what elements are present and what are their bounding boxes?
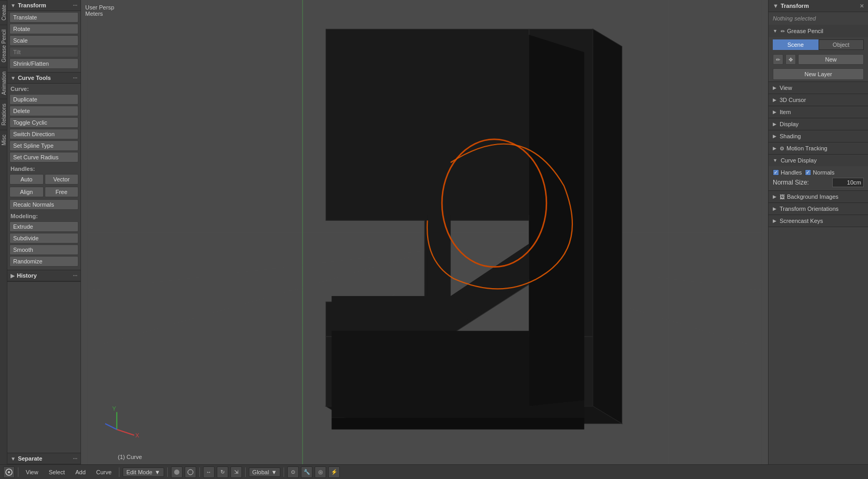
falloff-btn[interactable]: ⚡ — [328, 466, 340, 478]
proportional-btn[interactable]: ◎ — [315, 466, 326, 478]
bottom-logo-btn[interactable] — [3, 466, 15, 478]
separate-triangle: ▼ — [11, 456, 16, 462]
cursor-icon-btn[interactable]: ✥ — [785, 54, 796, 65]
svg-marker-22 — [593, 29, 622, 424]
item-section: ▶ Item — [769, 106, 868, 118]
transform-panel-header[interactable]: ▼Transform ··· — [7, 0, 80, 11]
curve-display-header[interactable]: ▼ Curve Display — [769, 155, 868, 166]
move-icon-btn[interactable]: ↔ — [203, 466, 215, 478]
handles-checkbox[interactable]: ✓ — [773, 169, 779, 176]
separator-6 — [284, 467, 284, 477]
separate-panel-header[interactable]: ▼Separate ··· — [7, 453, 80, 464]
transform-panel: ▼Transform ··· Translate Rotate Scale Ti… — [7, 0, 80, 73]
snap-btn[interactable]: 🔧 — [301, 466, 312, 478]
mode-dropdown-arrow: ▼ — [155, 469, 160, 475]
view-menu[interactable]: View — [22, 467, 43, 477]
left-sidebar-tabs: Create Grease Pencil Animation Relations… — [0, 0, 7, 464]
curve-label: (1) Curve — [118, 454, 142, 460]
wireframe-btn[interactable] — [185, 466, 196, 478]
scale-btn[interactable]: Scale — [9, 35, 78, 46]
tab-misc[interactable]: Misc — [0, 130, 7, 150]
shading-section: ▶ Shading — [769, 130, 868, 142]
right-sidebar: ▼Transform ✕ Nothing selected ▼ ✏ Grease… — [768, 0, 868, 464]
object-tab[interactable]: Object — [819, 39, 864, 50]
right-transform-triangle: ▼ — [773, 3, 779, 9]
transform-panel-dots: ··· — [73, 3, 77, 8]
bg-images-icon: 🖼 — [780, 194, 785, 200]
auto-btn[interactable]: Auto — [9, 174, 44, 185]
pencil-icon-btn[interactable]: ✏ — [773, 54, 783, 65]
mode-dropdown[interactable]: Edit Mode ▼ — [123, 467, 164, 477]
shrink-flatten-btn[interactable]: Shrink/Flatten — [9, 58, 78, 69]
history-dots: ··· — [73, 273, 77, 279]
set-spline-type-btn[interactable]: Set Spline Type — [9, 140, 78, 151]
screencast-keys-header[interactable]: ▶ Screencast Keys — [769, 215, 868, 227]
tab-relations[interactable]: Relations — [0, 99, 7, 130]
tab-grease-pencil[interactable]: Grease Pencil — [0, 25, 7, 67]
scene-tab[interactable]: Scene — [773, 39, 819, 50]
smooth-btn[interactable]: Smooth — [9, 244, 78, 255]
svg-point-36 — [174, 470, 179, 475]
rotate-btn[interactable]: Rotate — [9, 24, 78, 34]
normals-checkbox[interactable]: ✓ — [805, 169, 811, 176]
new-btn[interactable]: New — [798, 54, 864, 65]
svg-point-35 — [8, 471, 10, 473]
bg-images-triangle: ▶ — [773, 194, 776, 199]
solid-sphere-btn[interactable] — [171, 466, 183, 478]
curve-tools-content: Curve: Duplicate Delete Toggle Cyclic Sw… — [7, 84, 80, 270]
svg-text:X: X — [135, 432, 139, 439]
toggle-cyclic-btn[interactable]: Toggle Cyclic — [9, 117, 78, 128]
subdivide-btn[interactable]: Subdivide — [9, 233, 78, 243]
switch-direction-btn[interactable]: Switch Direction — [9, 129, 78, 139]
scale-icon-btn[interactable]: ⇲ — [230, 466, 242, 478]
shading-header[interactable]: ▶ Shading — [769, 130, 868, 142]
select-menu[interactable]: Select — [45, 467, 69, 477]
svg-text:Y: Y — [112, 405, 116, 412]
new-layer-btn[interactable]: New Layer — [773, 68, 864, 80]
curve-tools-panel-header[interactable]: ▼Curve Tools ··· — [7, 73, 80, 84]
history-panel-header[interactable]: ▶History ··· — [7, 270, 80, 281]
extrude-btn[interactable]: Extrude — [9, 221, 78, 232]
free-btn[interactable]: Free — [45, 187, 79, 197]
align-btn[interactable]: Align — [9, 187, 44, 197]
motion-tracking-header[interactable]: ▶ ⚙ Motion Tracking — [769, 142, 868, 154]
tab-create[interactable]: Create — [0, 0, 7, 25]
normal-size-input[interactable] — [832, 178, 864, 187]
right-panel-close[interactable]: ✕ — [860, 3, 864, 9]
set-curve-radius-btn[interactable]: Set Curve Radius — [9, 152, 78, 162]
item-header[interactable]: ▶ Item — [769, 106, 868, 118]
separator-5 — [245, 467, 246, 477]
duplicate-btn[interactable]: Duplicate — [9, 94, 78, 105]
left-sidebar: ▼Transform ··· Translate Rotate Scale Ti… — [7, 0, 81, 464]
transform-orient-triangle: ▶ — [773, 206, 776, 211]
recalc-normals-btn[interactable]: Recalc Normals — [9, 199, 78, 210]
viewport[interactable]: User Persp Meters — [81, 0, 768, 464]
vector-btn[interactable]: Vector — [45, 174, 79, 185]
transform-orientations-header[interactable]: ▶ Transform Orientations — [769, 203, 868, 215]
curve-tools-dots: ··· — [73, 75, 77, 81]
tilt-btn[interactable]: Tilt — [9, 47, 78, 57]
separator-3 — [167, 467, 168, 477]
pivot-btn[interactable]: ⊙ — [287, 466, 299, 478]
curve-menu[interactable]: Curve — [92, 467, 116, 477]
display-header[interactable]: ▶ Display — [769, 118, 868, 130]
screencast-keys-section: ▶ Screencast Keys — [769, 215, 868, 227]
motion-tracking-icon: ⚙ — [780, 146, 784, 151]
screencast-triangle: ▶ — [773, 218, 776, 223]
add-menu[interactable]: Add — [71, 467, 90, 477]
view-header[interactable]: ▶ View — [769, 82, 868, 94]
grease-pencil-triangle: ▼ — [773, 28, 778, 34]
translate-btn[interactable]: Translate — [9, 12, 78, 23]
viewport-svg: X Y — [81, 0, 768, 464]
svg-point-37 — [188, 470, 193, 475]
global-dropdown[interactable]: Global ▼ — [249, 467, 281, 477]
cursor-header[interactable]: ▶ 3D Cursor — [769, 94, 868, 106]
background-images-header[interactable]: ▶ 🖼 Background Images — [769, 191, 868, 202]
tab-animation[interactable]: Animation — [0, 67, 7, 99]
rotate-icon-btn[interactable]: ↻ — [217, 466, 228, 478]
randomize-btn[interactable]: Randomize — [9, 256, 78, 267]
delete-btn[interactable]: Delete — [9, 106, 78, 116]
handles-label: Handles: — [7, 164, 80, 173]
motion-tracking-triangle: ▶ — [773, 146, 776, 151]
cursor-section: ▶ 3D Cursor — [769, 94, 868, 106]
